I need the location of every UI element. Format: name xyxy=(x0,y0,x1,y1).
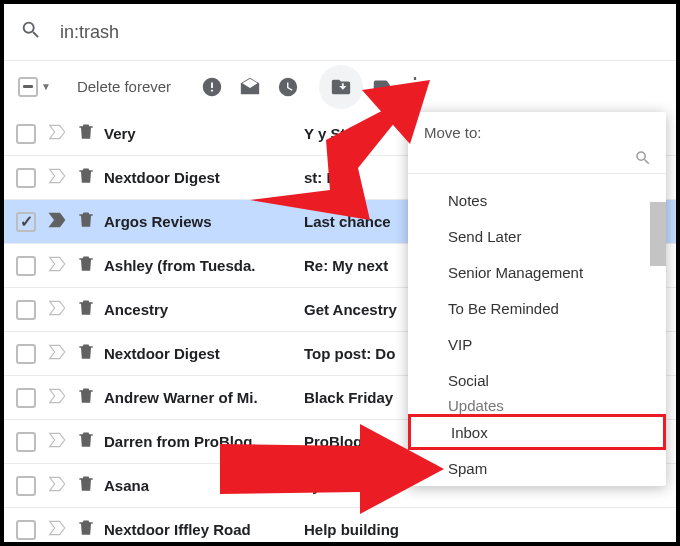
sender: Ashley (from Tuesda. xyxy=(104,257,304,274)
sender: Nextdoor Iffley Road xyxy=(104,521,304,538)
popup-item-inbox[interactable]: Inbox xyxy=(408,414,666,450)
important-marker[interactable] xyxy=(48,167,68,189)
popup-title: Move to: xyxy=(408,112,666,143)
important-marker[interactable] xyxy=(48,475,68,497)
important-marker[interactable] xyxy=(48,123,68,145)
popup-item-social[interactable]: Social xyxy=(408,362,666,398)
sender: Andrew Warner of Mi. xyxy=(104,389,304,406)
popup-item-senior-management[interactable]: Senior Management xyxy=(408,254,666,290)
row-checkbox[interactable] xyxy=(16,300,36,320)
row-checkbox[interactable] xyxy=(16,212,36,232)
labels-icon[interactable] xyxy=(363,76,401,98)
row-checkbox[interactable] xyxy=(16,432,36,452)
row-checkbox[interactable] xyxy=(16,388,36,408)
popup-search[interactable] xyxy=(408,143,666,174)
popup-item-updates[interactable]: Updates xyxy=(408,398,666,414)
sender: Darren from ProBlog. xyxy=(104,433,304,450)
mark-read-icon[interactable] xyxy=(231,76,269,98)
trash-icon[interactable] xyxy=(76,430,96,454)
move-to-icon[interactable] xyxy=(319,65,363,109)
sender: Argos Reviews xyxy=(104,213,304,230)
sender: Ancestry xyxy=(104,301,304,318)
important-marker[interactable] xyxy=(48,211,68,233)
select-checkbox[interactable] xyxy=(18,77,38,97)
snooze-icon[interactable] xyxy=(269,76,307,98)
popup-item-notes[interactable]: Notes xyxy=(408,182,666,218)
trash-icon[interactable] xyxy=(76,210,96,234)
delete-forever-button[interactable]: Delete forever xyxy=(71,77,177,96)
row-checkbox[interactable] xyxy=(16,520,36,540)
popup-item-vip[interactable]: VIP xyxy=(408,326,666,362)
row-checkbox[interactable] xyxy=(16,168,36,188)
popup-items: NotesSend LaterSenior ManagementTo Be Re… xyxy=(408,174,666,486)
row-checkbox[interactable] xyxy=(16,476,36,496)
important-marker[interactable] xyxy=(48,255,68,277)
popup-scrollbar[interactable] xyxy=(650,202,666,266)
move-to-popup: Move to: NotesSend LaterSenior Managemen… xyxy=(408,112,666,486)
sender: Nextdoor Digest xyxy=(104,169,304,186)
search-icon[interactable] xyxy=(20,19,42,45)
important-marker[interactable] xyxy=(48,299,68,321)
important-marker[interactable] xyxy=(48,431,68,453)
trash-icon[interactable] xyxy=(76,518,96,542)
report-spam-icon[interactable] xyxy=(193,76,231,98)
trash-icon[interactable] xyxy=(76,166,96,190)
select-dropdown-caret[interactable]: ▼ xyxy=(41,81,51,92)
row-checkbox[interactable] xyxy=(16,124,36,144)
important-marker[interactable] xyxy=(48,519,68,541)
row-checkbox[interactable] xyxy=(16,256,36,276)
trash-icon[interactable] xyxy=(76,298,96,322)
sender: Asana xyxy=(104,477,304,494)
trash-icon[interactable] xyxy=(76,342,96,366)
trash-icon[interactable] xyxy=(76,474,96,498)
search-input[interactable] xyxy=(58,21,458,44)
sender: Very xyxy=(104,125,304,142)
popup-item-spam[interactable]: Spam xyxy=(408,450,666,486)
sender: Nextdoor Digest xyxy=(104,345,304,362)
subject: Help building xyxy=(304,521,664,538)
email-row[interactable]: Nextdoor Iffley RoadHelp building xyxy=(4,508,676,546)
popup-item-send-later[interactable]: Send Later xyxy=(408,218,666,254)
row-checkbox[interactable] xyxy=(16,344,36,364)
more-icon[interactable]: ⋮ xyxy=(401,82,429,91)
important-marker[interactable] xyxy=(48,343,68,365)
popup-item-to-be-reminded[interactable]: To Be Reminded xyxy=(408,290,666,326)
trash-icon[interactable] xyxy=(76,254,96,278)
trash-icon[interactable] xyxy=(76,386,96,410)
important-marker[interactable] xyxy=(48,387,68,409)
trash-icon[interactable] xyxy=(76,122,96,146)
